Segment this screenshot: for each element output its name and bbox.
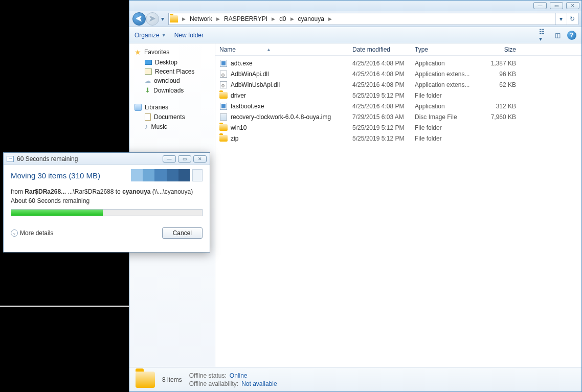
sidebar-item-documents[interactable]: Documents — [129, 112, 215, 122]
chevron-down-icon: ⌄ — [11, 229, 18, 237]
minimize-button[interactable]: — — [533, 2, 547, 9]
file-row[interactable]: win105/25/2019 5:12 PMFile folder — [215, 122, 581, 133]
help-icon[interactable]: ? — [567, 31, 576, 40]
file-name: adb.exe — [231, 60, 253, 67]
details-pane: 8 items Offline status: Online Offline a… — [129, 367, 581, 391]
preview-pane-button[interactable]: ◫ — [553, 31, 562, 40]
dialog-maximize-button[interactable]: ▭ — [178, 155, 191, 163]
address-bar[interactable]: ▶ Network ▶ RASPBERRYPI ▶ d0 ▶ cyanouya … — [168, 13, 578, 25]
file-row[interactable]: fastboot.exe4/25/2016 4:08 PMApplication… — [215, 101, 581, 111]
favorites-group[interactable]: ★ Favorites — [129, 47, 215, 58]
sidebar-item-label: Desktop — [155, 59, 177, 66]
dll-icon — [219, 81, 228, 89]
chevron-right-icon[interactable]: ▶ — [289, 16, 295, 21]
cloud-icon: ☁ — [145, 77, 151, 84]
file-type: Disc Image File — [415, 113, 479, 121]
file-row[interactable]: recovery-clockwork-6.0.4.8-ouya.img7/29/… — [215, 111, 581, 122]
breadcrumb-d0[interactable]: d0 — [277, 15, 288, 22]
folder-icon — [219, 91, 228, 100]
sidebar-item-label: owncloud — [154, 77, 180, 84]
file-size: 312 KB — [479, 103, 525, 110]
star-icon: ★ — [135, 48, 141, 56]
column-label: Name — [219, 46, 236, 53]
file-size: 62 KB — [479, 81, 525, 88]
maximize-button[interactable]: ▭ — [550, 2, 563, 9]
file-date: 4/25/2016 4:08 PM — [352, 81, 415, 88]
new-folder-button[interactable]: New folder — [174, 32, 204, 39]
chevron-right-icon[interactable]: ▶ — [327, 16, 333, 21]
column-header-name[interactable]: Name ▲ — [219, 46, 352, 53]
file-row[interactable]: driver5/25/2019 5:12 PMFile folder — [215, 90, 581, 101]
column-header-size[interactable]: Size — [479, 46, 525, 53]
copy-remaining-line: About 60 Seconds remaining — [11, 197, 203, 205]
nav-history-dropdown[interactable]: ▾ — [159, 12, 166, 26]
chevron-right-icon[interactable]: ▶ — [271, 16, 276, 21]
dialog-minimize-button[interactable]: — — [163, 155, 176, 163]
desktop-icon — [145, 60, 152, 65]
address-dropdown[interactable]: ▾ — [555, 13, 566, 25]
desktop-divider — [0, 306, 129, 307]
dialog-close-button[interactable]: ✕ — [193, 155, 207, 163]
libraries-group[interactable]: Libraries — [129, 102, 215, 112]
cancel-button[interactable]: Cancel — [162, 227, 203, 239]
file-name: win10 — [231, 124, 247, 131]
sidebar-item-desktop[interactable]: Desktop — [129, 58, 215, 67]
favorites-label: Favorites — [144, 49, 169, 56]
organize-label: Organize — [135, 32, 160, 39]
sidebar-item-downloads[interactable]: ⬇ Downloads — [129, 85, 215, 95]
view-options-button[interactable]: ☷ ▾ — [539, 31, 548, 40]
breadcrumb-raspberrypi[interactable]: RASPBERRYPI — [222, 15, 270, 22]
file-row[interactable]: AdbWinUsbApi.dll4/25/2016 4:08 PMApplica… — [215, 79, 581, 90]
chevron-right-icon[interactable]: ▶ — [181, 16, 187, 21]
chevron-right-icon[interactable]: ▶ — [215, 16, 221, 21]
music-icon: ♪ — [145, 123, 148, 130]
dialog-title: 60 Seconds remaining — [17, 155, 78, 163]
sidebar-item-owncloud[interactable]: ☁ owncloud — [129, 76, 215, 85]
document-icon — [145, 113, 151, 121]
breadcrumb-network[interactable]: Network — [188, 15, 214, 22]
sidebar-item-music[interactable]: ♪ Music — [129, 122, 215, 131]
file-date: 4/25/2016 4:08 PM — [352, 71, 415, 78]
download-icon: ⬇ — [145, 86, 150, 94]
file-type: Application — [415, 103, 479, 110]
file-row[interactable]: adb.exe4/25/2016 4:08 PMApplication1,387… — [215, 58, 581, 68]
file-type: Application — [415, 60, 479, 67]
file-size: 96 KB — [479, 71, 525, 78]
folder-icon — [136, 372, 155, 388]
organize-menu[interactable]: Organize ▼ — [135, 32, 166, 39]
offline-status-label: Offline status: — [189, 372, 227, 379]
file-date: 4/25/2016 4:08 PM — [352, 103, 415, 110]
file-row[interactable]: zip5/25/2019 5:12 PMFile folder — [215, 133, 581, 144]
file-list: adb.exe4/25/2016 4:08 PMApplication1,387… — [215, 56, 581, 146]
breadcrumb-cyanouya[interactable]: cyanouya — [296, 15, 326, 22]
back-button[interactable]: ⮜ — [132, 12, 146, 26]
file-name: AdbWinApi.dll — [231, 71, 269, 78]
document-icon — [192, 169, 203, 181]
file-row[interactable]: AdbWinApi.dll4/25/2016 4:08 PMApplicatio… — [215, 68, 581, 79]
progress-bar — [11, 209, 203, 216]
column-header-type[interactable]: Type — [415, 46, 479, 53]
sidebar-item-label: Recent Places — [155, 68, 194, 75]
sidebar-item-recent-places[interactable]: Recent Places — [129, 67, 215, 76]
sidebar-item-label: Music — [151, 123, 167, 130]
close-button[interactable]: ✕ — [566, 2, 579, 9]
command-bar: Organize ▼ New folder ☷ ▾ ◫ ? — [129, 27, 581, 43]
folder-icon — [219, 134, 228, 143]
dialog-titlebar: 60 Seconds remaining — ▭ ✕ — [4, 153, 210, 165]
file-size: 1,387 KB — [479, 60, 525, 67]
column-header-date[interactable]: Date modified — [352, 46, 415, 53]
img-icon — [219, 113, 228, 121]
forward-button[interactable]: ⮞ — [146, 12, 159, 26]
transfer-icon — [7, 156, 14, 162]
refresh-button[interactable]: ↻ — [567, 13, 577, 25]
sort-ascending-icon: ▲ — [266, 47, 271, 52]
offline-status-value: Online — [230, 372, 248, 379]
file-size: 7,960 KB — [479, 113, 525, 121]
more-details-label: More details — [20, 229, 53, 237]
file-type: File folder — [415, 92, 479, 99]
file-copy-dialog: 60 Seconds remaining — ▭ ✕ Moving 30 ite… — [3, 152, 210, 252]
more-details-toggle[interactable]: ⌄ More details — [11, 229, 53, 237]
exe-icon — [219, 59, 228, 67]
file-date: 4/25/2016 4:08 PM — [352, 60, 415, 67]
offline-availability-value: Not available — [241, 380, 277, 387]
